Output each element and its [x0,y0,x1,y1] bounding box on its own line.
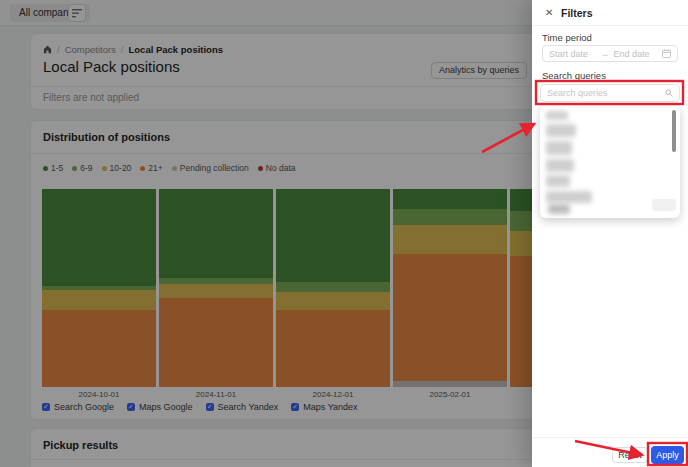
search-queries-placeholder: Search queries [547,88,608,98]
dropdown-scrollbar-thumb[interactable] [672,110,676,152]
dropdown-item-blurred[interactable] [546,159,574,172]
dropdown-item-blurred[interactable] [546,141,572,155]
start-date-placeholder[interactable]: Start date [549,49,588,59]
dropdown-item-blurred[interactable] [546,124,576,137]
search-suggestions-dropdown [540,106,680,218]
close-icon[interactable]: ✕ [545,7,553,18]
calendar-icon [662,49,671,58]
apply-button[interactable]: Apply [651,446,684,464]
dropdown-item-blurred[interactable] [546,191,592,203]
reset-button[interactable]: Reset [612,447,648,463]
end-date-placeholder[interactable]: End date [614,49,650,59]
drawer-title: Filters [561,7,593,19]
dropdown-item-blurred[interactable] [546,175,570,187]
app-window: All companies / Competitors / Local Pack… [0,0,688,467]
search-queries-input[interactable]: Search queries [540,84,680,102]
range-arrow-icon: → [601,49,610,59]
drawer-footer-divider [532,437,688,438]
filters-drawer: ✕ Filters Time period Start date → End d… [532,0,688,467]
drawer-header: ✕ Filters [532,0,688,26]
dropdown-item-blurred[interactable] [548,204,570,214]
date-range-input[interactable]: Start date → End date [542,45,678,62]
search-queries-label: Search queries [542,70,606,81]
search-icon [665,89,673,97]
dropdown-item-blurred[interactable] [546,111,568,120]
time-period-label: Time period [542,32,592,43]
dropdown-corner-button-blurred[interactable] [652,199,676,211]
